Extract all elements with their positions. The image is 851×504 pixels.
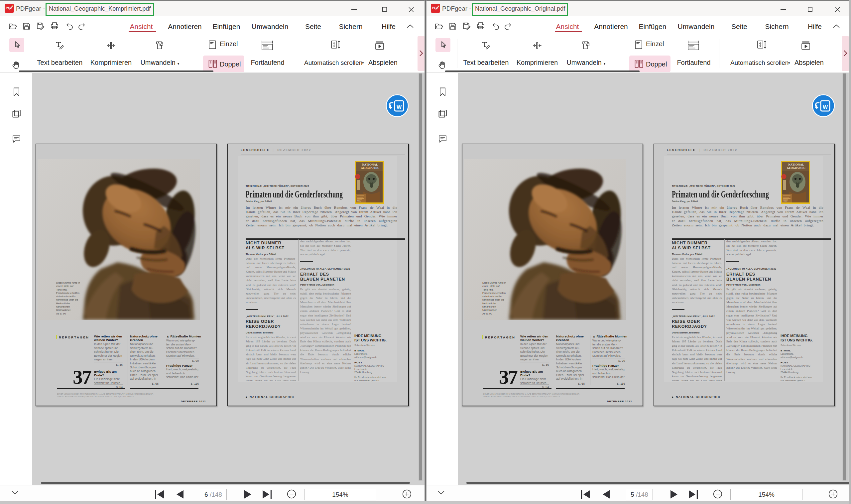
svg-text:GEOGRAPHIC: GEOGRAPHIC: [787, 166, 805, 169]
svg-text:NATIONAL: NATIONAL: [362, 163, 378, 166]
svg-text:NATIONAL: NATIONAL: [788, 163, 804, 166]
svg-text:NEU: NEU: [357, 200, 361, 202]
svg-text:GEOGRAPHIC: GEOGRAPHIC: [361, 166, 379, 169]
svg-text:NEU: NEU: [783, 200, 787, 202]
svg-text:W: W: [397, 104, 402, 110]
svg-text:W: W: [823, 104, 828, 110]
